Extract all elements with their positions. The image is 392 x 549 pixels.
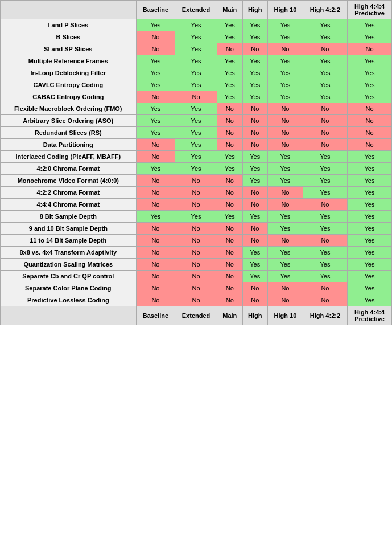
cell: No	[136, 294, 175, 306]
cell: Yes	[347, 175, 391, 187]
cell: No	[242, 127, 267, 139]
cell: No	[242, 235, 267, 247]
cell: No	[136, 247, 175, 259]
cell: No	[303, 199, 347, 211]
cell: Yes	[242, 211, 267, 223]
cell: Yes	[303, 67, 347, 79]
footer-high444p: High 4:4:4Predictive	[347, 306, 391, 325]
cell: Yes	[217, 19, 242, 31]
cell: Yes	[242, 79, 267, 91]
col-high444p: High 4:4:4Predictive	[347, 1, 391, 19]
cell: Yes	[267, 91, 303, 103]
cell: Yes	[267, 175, 303, 187]
cell: Yes	[267, 151, 303, 163]
footer-corner	[1, 306, 137, 325]
cell: Yes	[347, 282, 391, 294]
cell: No	[217, 199, 242, 211]
cell: Yes	[136, 211, 175, 223]
cell: No	[175, 259, 217, 271]
table-row: Interlaced Coding (PicAFF, MBAFF)NoYesYe…	[1, 151, 392, 163]
table-row: 8x8 vs. 4x4 Transform AdaptivityNoNoNoYe…	[1, 247, 392, 259]
cell: Yes	[242, 31, 267, 43]
footer-high: High	[242, 306, 267, 325]
cell: Yes	[303, 259, 347, 271]
cell: Yes	[242, 175, 267, 187]
row-label: SI and SP Slices	[1, 43, 137, 55]
cell: No	[267, 187, 303, 199]
cell: No	[136, 282, 175, 294]
cell: Yes	[347, 31, 391, 43]
cell: Yes	[136, 79, 175, 91]
col-high10: High 10	[267, 1, 303, 19]
cell: No	[242, 43, 267, 55]
cell: Yes	[242, 271, 267, 282]
cell: No	[217, 282, 242, 294]
cell: Yes	[175, 163, 217, 175]
cell: Yes	[175, 127, 217, 139]
table-row: 9 and 10 Bit Sample DepthNoNoNoNoYesYesY…	[1, 223, 392, 235]
cell: No	[267, 294, 303, 306]
cell: Yes	[217, 79, 242, 91]
cell: No	[267, 235, 303, 247]
cell: No	[175, 294, 217, 306]
row-label: Flexible Macroblock Ordering (FMO)	[1, 103, 137, 115]
cell: No	[303, 115, 347, 127]
row-label: Data Partitioning	[1, 139, 137, 151]
cell: No	[217, 115, 242, 127]
table-row: 8 Bit Sample DepthYesYesYesYesYesYesYes	[1, 211, 392, 223]
table-row: I and P SlicesYesYesYesYesYesYesYes	[1, 19, 392, 31]
cell: Yes	[303, 211, 347, 223]
cell: Yes	[217, 91, 242, 103]
cell: Yes	[303, 187, 347, 199]
row-label: Interlaced Coding (PicAFF, MBAFF)	[1, 151, 137, 163]
row-label: 4:2:2 Chroma Format	[1, 187, 137, 199]
features-table: Baseline Extended Main High High 10 High…	[0, 0, 392, 325]
cell: No	[267, 103, 303, 115]
row-label: Separate Color Plane Coding	[1, 282, 137, 294]
cell: Yes	[347, 67, 391, 79]
cell: Yes	[242, 67, 267, 79]
cell: Yes	[136, 19, 175, 31]
cell: Yes	[347, 151, 391, 163]
cell: Yes	[267, 79, 303, 91]
table-row: In-Loop Deblocking FilterYesYesYesYesYes…	[1, 67, 392, 79]
cell: No	[175, 282, 217, 294]
cell: Yes	[303, 247, 347, 259]
cell: Yes	[175, 55, 217, 67]
cell: No	[267, 282, 303, 294]
cell: Yes	[136, 115, 175, 127]
cell: No	[217, 223, 242, 235]
cell: Yes	[242, 247, 267, 259]
cell: Yes	[242, 91, 267, 103]
footer-extended: Extended	[175, 306, 217, 325]
table-row: 4:2:2 Chroma FormatNoNoNoNoNoYesYes	[1, 187, 392, 199]
row-label: Separate Cb and Cr QP control	[1, 271, 137, 282]
cell: Yes	[303, 151, 347, 163]
cell: Yes	[267, 67, 303, 79]
cell: Yes	[347, 163, 391, 175]
cell: No	[217, 175, 242, 187]
table-row: SI and SP SlicesNoYesNoNoNoNoNo	[1, 43, 392, 55]
cell: No	[217, 187, 242, 199]
row-label: CABAC Entropy Coding	[1, 91, 137, 103]
cell: No	[136, 151, 175, 163]
cell: No	[303, 103, 347, 115]
row-label: 8 Bit Sample Depth	[1, 211, 137, 223]
cell: Yes	[175, 211, 217, 223]
row-label: B Slices	[1, 31, 137, 43]
row-label: In-Loop Deblocking Filter	[1, 67, 137, 79]
cell: Yes	[175, 103, 217, 115]
cell: Yes	[347, 199, 391, 211]
row-label: 8x8 vs. 4x4 Transform Adaptivity	[1, 247, 137, 259]
row-label: Quantization Scaling Matrices	[1, 259, 137, 271]
cell: Yes	[267, 31, 303, 43]
cell: No	[136, 91, 175, 103]
cell: Yes	[136, 55, 175, 67]
cell: No	[303, 294, 347, 306]
cell: No	[175, 223, 217, 235]
cell: Yes	[267, 211, 303, 223]
cell: Yes	[175, 151, 217, 163]
cell: Yes	[347, 19, 391, 31]
cell: No	[347, 43, 391, 55]
table-row: Arbitrary Slice Ordering (ASO)YesYesNoNo…	[1, 115, 392, 127]
